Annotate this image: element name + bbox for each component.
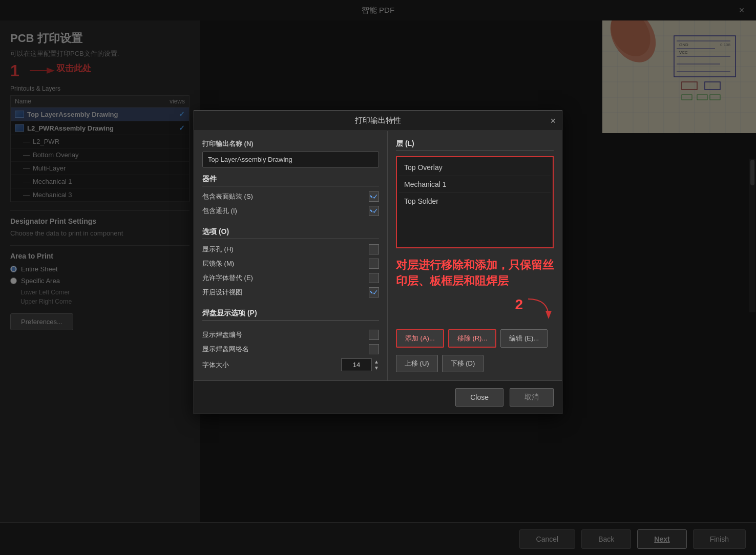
layer-action-buttons: 添加 (A)... 移除 (R)... 编辑 (E)... [396,329,554,348]
smd-checkbox[interactable] [369,191,379,202]
padnet-row: 显示焊盘网络名 [202,344,379,354]
annotation-arrow-2-svg [523,296,554,322]
dialog-annotation-text: 对层进行移除和添加，只保留丝印层、板框层和阻焊层 [396,258,554,289]
fontsub-label: 允许字体替代 (E) [202,273,253,283]
fontsub-row: 允许字体替代 (E) [202,273,379,283]
dialog-title-bar: 打印输出特性 × [194,111,562,131]
remove-layer-button[interactable]: 移除 (R)... [448,329,497,348]
pad-header: 焊盘显示选项 (P) [202,309,379,321]
options-header: 选项 (O) [202,227,379,239]
annotation-number-2: 2 [515,296,523,322]
annotation-arrow-2-container: 2 [396,296,554,322]
main-window: 智能 PDF × PCB 打印设置 可以在这里配置打印PCB文件的设置. 1 [0,0,756,555]
dialog-right-col: 层 (L) Top Overlay Mechanical 1 Top Solde… [388,131,562,380]
dialog-cancel-btn[interactable]: 取消 [510,388,554,407]
move-buttons: 上移 (U) 下移 (D) [396,355,554,372]
fontsize-row: 字体大小 ▲ ▼ [202,358,379,371]
holes-label: 显示孔 (H) [202,245,234,254]
layer-item-solder[interactable]: Top Solder [399,193,551,209]
dialog-body: 打印输出名称 (N) 器件 包含表面贴装 (S) [194,131,562,380]
edit-layer-button[interactable]: 编辑 (E)... [500,329,548,348]
designview-label: 开启设计视图 [202,288,242,297]
holes-row: 显示孔 (H) [202,244,379,254]
designview-row: 开启设计视图 [202,287,379,297]
padnum-checkbox[interactable] [369,330,379,340]
dialog-close-btn[interactable]: Close [455,388,503,407]
fontsize-spinner[interactable]: ▲ ▼ [374,359,379,371]
layer-name-mech1: Mechanical 1 [404,180,447,188]
through-checkbox[interactable] [369,206,379,216]
dialog-left-col: 打印输出名称 (N) 器件 包含表面贴装 (S) [194,131,388,380]
layer-name-overlay: Top Overlay [404,163,443,172]
pad-section: 焊盘显示选项 (P) 显示焊盘编号 显示焊盘网络名 字体大小 [202,309,379,371]
add-layer-button[interactable]: 添加 (A)... [396,329,444,348]
layers-title: 层 (L) [396,139,554,151]
smd-label: 包含表面贴装 (S) [202,192,253,201]
padnet-label: 显示焊盘网络名 [202,345,249,354]
name-field-group: 打印输出名称 (N) [202,139,379,167]
dialog-annotation-container: 对层进行移除和添加，只保留丝印层、板框层和阻焊层 [396,258,554,289]
mirror-row: 层镜像 (M) [202,259,379,269]
mirror-checkbox[interactable] [369,259,379,269]
mirror-label: 层镜像 (M) [202,259,234,268]
holes-checkbox[interactable] [369,244,379,254]
through-option-row: 包含通孔 (I) [202,206,379,216]
smd-option-row: 包含表面贴装 (S) [202,191,379,202]
layer-item-mech1[interactable]: Mechanical 1 [399,176,551,193]
layer-name-solder: Top Solder [404,197,438,205]
padnum-row: 显示焊盘编号 [202,330,379,340]
dialog-overlay: 打印输出特性 × 打印输出名称 (N) 器件 [0,0,756,555]
padnet-checkbox[interactable] [369,344,379,354]
print-properties-dialog: 打印输出特性 × 打印输出名称 (N) 器件 [194,110,562,414]
dialog-title: 打印输出特性 [355,116,401,125]
name-field-label: 打印输出名称 (N) [202,139,379,148]
move-up-button[interactable]: 上移 (U) [396,355,438,372]
through-label: 包含通孔 (I) [202,206,237,216]
fontsub-checkbox[interactable] [369,273,379,283]
dialog-footer: Close 取消 [194,380,562,414]
dialog-close-button[interactable]: × [550,115,556,126]
designview-checkbox[interactable] [369,287,379,297]
padnum-label: 显示焊盘编号 [202,330,242,339]
fontsize-input[interactable] [341,358,372,371]
dropdown-icon-smd [369,193,372,200]
layers-list: Top Overlay Mechanical 1 Top Solder [396,156,554,248]
fontsize-label: 字体大小 [202,360,229,370]
component-section: 器件 包含表面贴装 (S) 包含通 [202,175,379,220]
dropdown-icon-design [369,289,372,296]
name-field-input[interactable] [202,152,379,167]
dropdown-icon-through [369,207,372,215]
layer-item-overlay[interactable]: Top Overlay [399,159,551,176]
options-section: 选项 (O) 显示孔 (H) 层镜像 (M) 允许字体替代 [202,227,379,302]
component-section-header: 器件 [202,175,379,186]
move-down-button[interactable]: 下移 (D) [442,355,484,372]
